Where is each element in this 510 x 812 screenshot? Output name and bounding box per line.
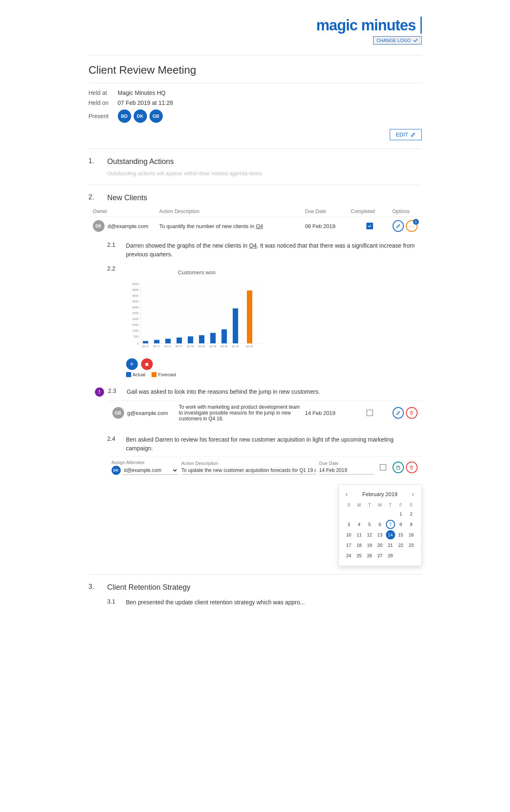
cal-day-27[interactable]: 27 — [376, 551, 385, 560]
action-date-2-3: 14 Feb 2019 — [305, 410, 347, 416]
cal-day-17[interactable]: 17 — [344, 541, 353, 550]
due-date-input[interactable] — [319, 467, 373, 474]
cal-day-24[interactable]: 24 — [344, 551, 353, 560]
save-action-btn[interactable] — [393, 462, 404, 473]
form-options — [393, 462, 418, 473]
cal-day-6[interactable]: 6 — [376, 520, 385, 529]
cal-day-21[interactable]: 21 — [386, 541, 395, 550]
logo-brand: magic minutes — [316, 17, 415, 34]
subsection-3-1-header: 3.1 Ben presented the update client rete… — [107, 598, 422, 607]
cal-day-1[interactable]: 1 — [396, 509, 406, 519]
edit-action-btn-1[interactable] — [393, 220, 404, 232]
action-description-input[interactable] — [182, 467, 316, 474]
calendar-prev-btn[interactable]: ‹ — [344, 490, 350, 498]
calendar-month: February 2019 — [362, 491, 398, 497]
cal-header-s1: S — [344, 502, 354, 509]
cal-day-12[interactable]: 12 — [365, 530, 374, 539]
cal-day-empty-5 — [386, 509, 395, 519]
cal-day-11[interactable]: 11 — [355, 530, 364, 539]
edit-action-btn-2-3[interactable] — [393, 407, 404, 419]
cal-day-22[interactable]: 22 — [396, 541, 406, 550]
form-checkbox[interactable] — [380, 464, 386, 471]
cal-day-7[interactable]: 7 — [386, 520, 395, 529]
meeting-title: Client Review Meeting — [89, 64, 422, 77]
cal-day-2[interactable]: 2 — [407, 509, 416, 519]
cal-day-25[interactable]: 25 — [355, 551, 364, 560]
svg-text:Q1 19: Q1 19 — [231, 345, 239, 348]
subsection-2-4-text: Ben asked Darren to review his forecast … — [126, 435, 422, 453]
subsection-3-1-number: 3.1 — [107, 598, 122, 605]
cal-day-10[interactable]: 10 — [344, 530, 353, 539]
svg-text:Q2 19: Q2 19 — [246, 345, 253, 348]
form-due-label: Due Date — [319, 461, 373, 466]
calendar-popup-wrapper: ‹ February 2019 › S M T W T F S — [107, 482, 422, 566]
svg-rect-42 — [247, 291, 252, 343]
cal-day-18[interactable]: 18 — [355, 541, 364, 550]
action-owner-gb: GB g@example.com — [112, 407, 175, 419]
cal-day-23[interactable]: 23 — [407, 541, 416, 550]
assign-attendee-select[interactable]: d@example.com — [122, 466, 178, 475]
cal-day-3[interactable]: 3 — [344, 520, 353, 529]
action-table-2: Owner Action Description Due Date Comple… — [89, 206, 422, 235]
section-1: 1. Outstanding Actions Outstanding actio… — [89, 157, 422, 176]
cal-day-28[interactable]: 28 — [386, 551, 395, 560]
trash-icon-2-3 — [409, 411, 414, 415]
cal-day-9[interactable]: 9 — [407, 520, 416, 529]
cal-day-5[interactable]: 5 — [365, 520, 374, 529]
edit-icon — [410, 132, 415, 137]
cal-header-t1: T — [365, 502, 375, 509]
svg-text:2000: 2000 — [132, 318, 139, 320]
owner-email-gb: g@example.com — [127, 410, 168, 416]
subsection-2-3-inner: 2.3 Gail was asked to look into the reas… — [108, 387, 422, 396]
action-desc-2-3: To work with marketing and product devel… — [179, 404, 301, 422]
cal-header-f: F — [396, 502, 406, 509]
held-at-value: Magic Minutes HQ — [118, 89, 166, 96]
cal-header-s2: S — [406, 502, 416, 509]
change-logo-button[interactable]: CHANGE LOGO — [373, 36, 422, 45]
present-label: Present — [89, 113, 118, 119]
cal-day-20[interactable]: 20 — [376, 541, 385, 550]
action-owner-dk: DK d@example.com — [93, 220, 155, 232]
action-options-1: ··· 0 — [393, 220, 418, 232]
add-chart-btn[interactable]: + — [126, 358, 138, 370]
section-2-header: 2. New Clients — [89, 194, 422, 202]
section-3: 3. Client Retention Strategy 3.1 Ben pre… — [89, 583, 422, 607]
cal-day-16[interactable]: 16 — [407, 530, 416, 539]
col-completed: Completed — [351, 209, 388, 214]
cal-day-26[interactable]: 26 — [365, 551, 374, 560]
calendar-header: ‹ February 2019 › — [344, 490, 416, 498]
cal-day-8[interactable]: 8 — [396, 520, 406, 529]
cal-day-empty-2 — [355, 509, 364, 519]
form-assign-label: Assign Attendee — [112, 460, 178, 465]
edit-button[interactable]: EDIT — [390, 129, 422, 140]
delete-chart-btn[interactable]: ■ — [141, 358, 153, 370]
delete-action-btn-2-3[interactable] — [406, 407, 418, 419]
cal-day-19[interactable]: 19 — [365, 541, 374, 550]
cal-day-14[interactable]: 14 — [386, 530, 395, 539]
options-action-btn-1[interactable]: ··· 0 — [406, 220, 418, 232]
cal-header-w: W — [375, 502, 385, 509]
svg-text:Q3 18: Q3 18 — [209, 345, 216, 348]
calendar-next-btn[interactable]: › — [410, 490, 416, 498]
svg-text:3500: 3500 — [132, 300, 139, 303]
svg-rect-26 — [154, 340, 159, 343]
form-assign-container: Assign Attendee DK d@example.com — [112, 460, 178, 475]
checkbox-1[interactable] — [366, 223, 373, 229]
section-2-title: New Clients — [107, 194, 147, 202]
checkbox-2-3[interactable] — [366, 410, 373, 416]
delete-form-btn[interactable] — [406, 462, 418, 473]
subsection-2-1-header: 2.1 Darren showed the graphs of the new … — [107, 241, 422, 259]
cal-day-13[interactable]: 13 — [376, 530, 385, 539]
section-2-number: 2. — [89, 194, 101, 201]
cal-day-empty-3 — [365, 509, 374, 519]
subsection-2-2-inner: 2.2 Customers won 0 500 — [107, 265, 422, 381]
legend-actual-label: Actual — [133, 372, 146, 377]
action-completed-1 — [351, 223, 388, 229]
section-3-header: 3. Client Retention Strategy — [89, 583, 422, 592]
cal-day-4[interactable]: 4 — [355, 520, 364, 529]
subsection-3-1-text: Ben presented the update client retentio… — [126, 598, 305, 607]
svg-text:4000: 4000 — [132, 294, 139, 297]
cal-day-15[interactable]: 15 — [396, 530, 406, 539]
svg-text:500: 500 — [134, 335, 139, 338]
badge-count: 0 — [413, 219, 419, 225]
